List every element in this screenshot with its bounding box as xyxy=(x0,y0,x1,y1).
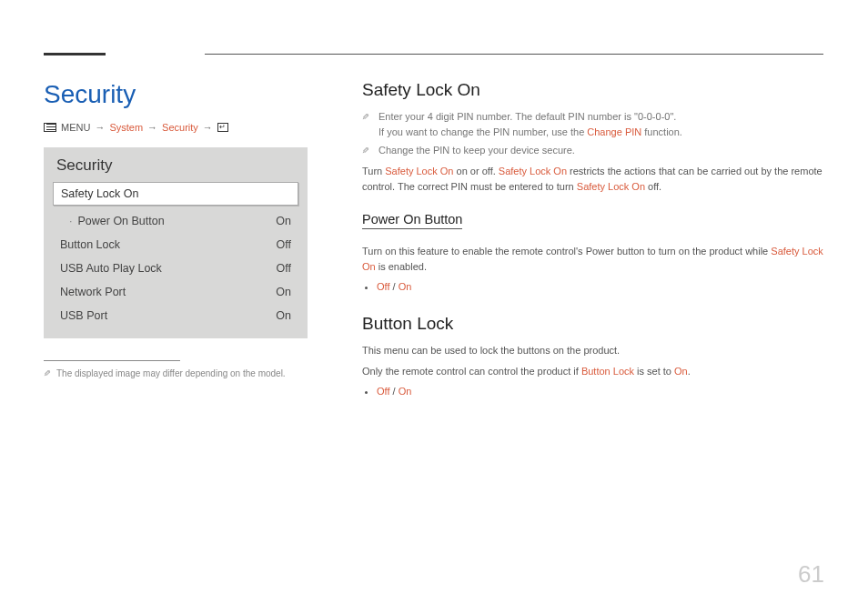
option-item: Off / On xyxy=(377,281,824,292)
osd-row-value: On xyxy=(276,309,291,322)
manual-page: Security MENU → System → Security → Secu… xyxy=(0,0,868,614)
osd-row-label: Power On Button xyxy=(69,215,165,227)
option-list: Off / On xyxy=(362,386,824,397)
osd-row-label: USB Auto Play Lock xyxy=(60,262,162,275)
osd-selected-row: Safety Lock On xyxy=(53,182,298,206)
pencil-icon xyxy=(44,368,51,378)
note-row: Change the PIN to keep your device secur… xyxy=(362,143,824,158)
option-item: Off / On xyxy=(377,386,824,397)
note-line: function. xyxy=(641,126,682,137)
note-line: If you want to change the PIN number, us… xyxy=(378,126,587,137)
page-title: Security xyxy=(44,80,308,109)
text-frag-hl: Button Lock xyxy=(581,366,634,377)
osd-row-label: Button Lock xyxy=(60,238,120,251)
osd-row: Network Port On xyxy=(53,280,298,304)
text-frag: Turn on this feature to enable the remot… xyxy=(362,246,771,257)
osd-row-value: Off xyxy=(277,238,291,251)
page-number: 61 xyxy=(798,560,824,589)
body-text: Turn on this feature to enable the remot… xyxy=(362,244,824,276)
left-column: Security MENU → System → Security → Secu… xyxy=(44,80,308,397)
text-frag: is enabled. xyxy=(376,261,427,272)
note-line: Enter your 4 digit PIN number. The defau… xyxy=(378,111,676,122)
opt-sep: / xyxy=(389,386,398,397)
osd-title: Security xyxy=(53,156,298,175)
osd-row: Button Lock Off xyxy=(53,233,298,257)
breadcrumb: MENU → System → Security → xyxy=(44,122,308,133)
chevron-right-icon: → xyxy=(95,122,105,133)
footnote: The displayed image may differ depending… xyxy=(44,368,308,378)
note-row: Enter your 4 digit PIN number. The defau… xyxy=(362,109,824,139)
heading-button-lock: Button Lock xyxy=(362,314,824,334)
osd-row-value: On xyxy=(276,215,291,227)
enter-icon xyxy=(217,123,228,132)
header-rules xyxy=(0,0,868,55)
text-frag-hl: Safety Lock On xyxy=(577,181,645,192)
text-frag: is set to xyxy=(634,366,674,377)
opt-off: Off xyxy=(377,281,389,292)
osd-selected-label: Safety Lock On xyxy=(61,187,138,200)
note-text: Enter your 4 digit PIN number. The defau… xyxy=(378,109,682,139)
breadcrumb-menu-label: MENU xyxy=(61,122,90,133)
opt-on: On xyxy=(399,281,412,292)
note-text: Change the PIN to keep your device secur… xyxy=(378,143,575,158)
menu-grid-icon xyxy=(44,123,56,132)
body-text: Only the remote control can control the … xyxy=(362,364,824,380)
rule-line xyxy=(205,54,823,55)
osd-row: Power On Button On xyxy=(53,209,298,233)
osd-row-label: Network Port xyxy=(60,286,126,298)
osd-panel: Security Safety Lock On Power On Button … xyxy=(44,147,308,338)
text-frag: Only the remote control can control the … xyxy=(362,366,581,377)
breadcrumb-item-security: Security xyxy=(162,122,198,133)
link-change-pin: Change PIN xyxy=(587,126,641,137)
heading-power-on-button: Power On Button xyxy=(362,212,462,229)
pencil-icon xyxy=(362,143,369,158)
text-frag-hl: On xyxy=(674,366,688,377)
opt-sep: / xyxy=(389,281,398,292)
footnote-text: The displayed image may differ depending… xyxy=(56,368,286,378)
chevron-right-icon: → xyxy=(147,122,157,133)
osd-row-value: On xyxy=(276,286,291,298)
chevron-right-icon: → xyxy=(203,122,213,133)
body-text: Turn Safety Lock On on or off. Safety Lo… xyxy=(362,164,824,196)
text-frag-hl: Safety Lock On xyxy=(499,166,567,176)
osd-row: USB Port On xyxy=(53,304,298,327)
osd-row: USB Auto Play Lock Off xyxy=(53,257,298,280)
opt-off: Off xyxy=(377,386,389,397)
pencil-icon xyxy=(362,109,369,139)
osd-row-label: USB Port xyxy=(60,309,107,322)
osd-row-value: Off xyxy=(277,262,291,275)
text-frag-hl: Safety Lock On xyxy=(385,166,453,176)
text-frag: off. xyxy=(645,181,661,192)
accent-bar xyxy=(44,53,106,55)
text-frag: . xyxy=(688,366,691,377)
right-column: Safety Lock On Enter your 4 digit PIN nu… xyxy=(362,80,824,397)
breadcrumb-item-system: System xyxy=(109,122,143,133)
heading-safety-lock: Safety Lock On xyxy=(362,80,824,100)
option-list: Off / On xyxy=(362,281,824,292)
body-text: This menu can be used to lock the button… xyxy=(362,343,824,359)
text-frag: Turn xyxy=(362,166,385,176)
opt-on: On xyxy=(399,386,412,397)
text-frag: on or off. xyxy=(453,166,498,176)
footnote-rule xyxy=(44,360,180,361)
